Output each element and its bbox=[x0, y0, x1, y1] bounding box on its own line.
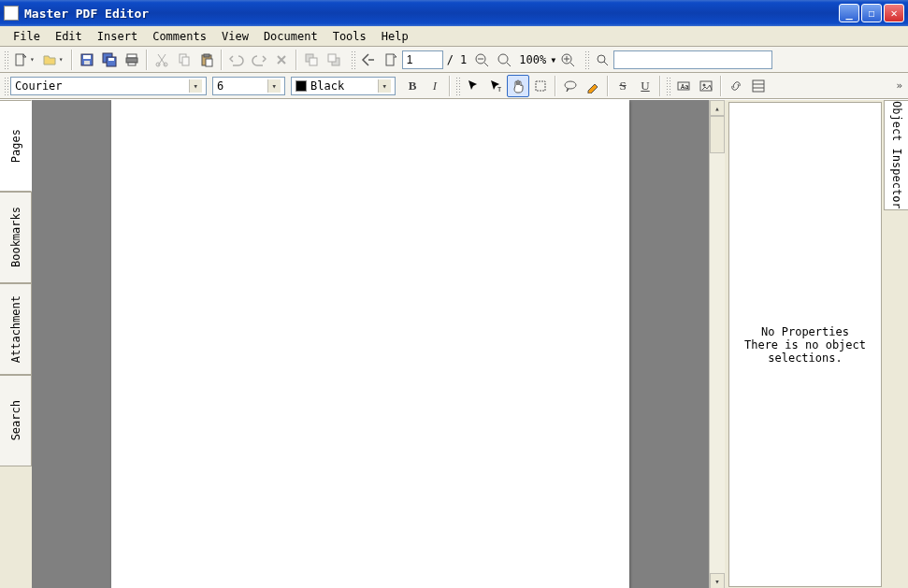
print-button[interactable] bbox=[121, 49, 143, 71]
svg-rect-0 bbox=[16, 54, 23, 65]
chevron-down-icon: ▾ bbox=[267, 79, 281, 93]
document-canvas bbox=[32, 100, 709, 588]
color-name-value: Black bbox=[310, 79, 344, 93]
svg-rect-22 bbox=[386, 54, 394, 65]
toolbar-grip[interactable] bbox=[4, 77, 8, 95]
svg-rect-35 bbox=[536, 81, 545, 91]
bring-front-button[interactable] bbox=[300, 49, 323, 71]
app-icon bbox=[4, 6, 19, 21]
menu-bar: File Edit Insert Comments View Document … bbox=[0, 26, 908, 47]
menu-comments[interactable]: Comments bbox=[145, 28, 214, 45]
open-button[interactable]: ▾ bbox=[39, 49, 68, 71]
zoom-in-button[interactable] bbox=[556, 49, 579, 71]
svg-rect-14 bbox=[182, 57, 189, 65]
vertical-scrollbar[interactable]: ▴ ▾ bbox=[709, 100, 725, 588]
copy-button[interactable] bbox=[173, 49, 195, 71]
svg-rect-16 bbox=[204, 54, 209, 57]
marquee-tool[interactable] bbox=[529, 75, 552, 97]
select-tool[interactable] bbox=[462, 75, 484, 97]
menu-document[interactable]: Document bbox=[256, 28, 325, 45]
tab-object-inspector[interactable]: Object Inspector bbox=[884, 100, 908, 210]
toolbar-grip[interactable] bbox=[455, 77, 460, 95]
menu-file[interactable]: File bbox=[6, 28, 48, 45]
underline-button[interactable]: U bbox=[634, 75, 656, 97]
send-back-button[interactable] bbox=[323, 49, 345, 71]
paste-button[interactable] bbox=[195, 49, 218, 71]
toolbar-format: Courier ▾ 6 ▾ Black ▾ B I T S U Aa » bbox=[0, 73, 908, 99]
bold-button[interactable]: B bbox=[401, 75, 424, 97]
toolbar-grip[interactable] bbox=[4, 50, 8, 69]
link-tool[interactable] bbox=[725, 75, 747, 97]
svg-rect-19 bbox=[310, 58, 317, 65]
left-sidebar-tabs: Pages Bookmarks Attachment Search bbox=[0, 100, 32, 588]
tab-attachment[interactable]: Attachment bbox=[0, 283, 32, 375]
pdf-page[interactable] bbox=[111, 100, 629, 588]
page-total-label: / 1 bbox=[443, 53, 471, 66]
hand-tool[interactable] bbox=[507, 75, 529, 97]
svg-marker-1 bbox=[23, 54, 26, 57]
toolbar-overflow[interactable]: » bbox=[892, 79, 906, 92]
prev-page-button[interactable] bbox=[380, 49, 402, 71]
select-text-tool[interactable]: T bbox=[484, 75, 507, 97]
image-tool[interactable] bbox=[695, 75, 717, 97]
scroll-up-button[interactable]: ▴ bbox=[710, 100, 725, 116]
menu-help[interactable]: Help bbox=[374, 28, 416, 45]
comment-tool[interactable] bbox=[559, 75, 582, 97]
delete-button[interactable] bbox=[270, 49, 293, 71]
font-color-combo[interactable]: Black ▾ bbox=[291, 77, 396, 95]
minimize-button[interactable]: _ bbox=[839, 4, 859, 22]
scroll-thumb[interactable] bbox=[710, 116, 725, 153]
strikethrough-button[interactable]: S bbox=[612, 75, 634, 97]
save-all-button[interactable] bbox=[98, 49, 121, 71]
cut-button[interactable] bbox=[151, 49, 173, 71]
tab-search[interactable]: Search bbox=[0, 375, 32, 466]
svg-rect-41 bbox=[753, 80, 764, 92]
svg-point-12 bbox=[164, 63, 167, 66]
page-number-input[interactable] bbox=[402, 50, 443, 69]
first-page-button[interactable] bbox=[357, 49, 380, 71]
maximize-button[interactable]: ☐ bbox=[861, 4, 882, 22]
highlight-tool[interactable] bbox=[582, 75, 604, 97]
menu-edit[interactable]: Edit bbox=[48, 28, 90, 45]
toolbar-grip[interactable] bbox=[351, 50, 355, 69]
svg-text:Aa: Aa bbox=[681, 83, 688, 91]
tab-pages[interactable]: Pages bbox=[0, 100, 32, 192]
svg-line-27 bbox=[507, 63, 511, 66]
form-tool[interactable] bbox=[747, 75, 770, 97]
menu-view[interactable]: View bbox=[214, 28, 256, 45]
svg-text:T: T bbox=[497, 86, 502, 93]
zoom-out-button[interactable] bbox=[470, 49, 493, 71]
font-size-combo[interactable]: 6 ▾ bbox=[212, 77, 285, 95]
svg-line-33 bbox=[604, 62, 608, 65]
new-button[interactable]: ▾ bbox=[10, 49, 39, 71]
zoom-dropdown[interactable]: ▾ bbox=[550, 53, 556, 66]
text-box-tool[interactable]: Aa bbox=[672, 75, 695, 97]
window-buttons: _ ☐ ✕ bbox=[839, 4, 904, 22]
save-button[interactable] bbox=[76, 49, 98, 71]
svg-line-24 bbox=[484, 63, 488, 66]
svg-rect-3 bbox=[83, 55, 91, 59]
menu-insert[interactable]: Insert bbox=[90, 28, 145, 45]
svg-point-36 bbox=[565, 81, 576, 89]
svg-rect-21 bbox=[328, 54, 336, 62]
svg-rect-9 bbox=[126, 58, 137, 63]
scroll-track[interactable] bbox=[710, 116, 725, 573]
scroll-down-button[interactable]: ▾ bbox=[710, 573, 725, 588]
undo-button[interactable] bbox=[225, 49, 248, 71]
object-inspector-panel: No Properties There is no object selecti… bbox=[728, 102, 882, 587]
tab-bookmarks[interactable]: Bookmarks bbox=[0, 192, 32, 283]
chevron-down-icon: ▾ bbox=[378, 79, 391, 93]
font-name-combo[interactable]: Courier ▾ bbox=[10, 77, 207, 95]
document-viewport[interactable]: ▴ ▾ bbox=[32, 100, 725, 588]
svg-point-32 bbox=[598, 55, 605, 63]
menu-tools[interactable]: Tools bbox=[325, 28, 374, 45]
svg-rect-8 bbox=[127, 54, 137, 58]
toolbar-grip[interactable] bbox=[666, 77, 670, 95]
redo-button[interactable] bbox=[248, 49, 270, 71]
close-button[interactable]: ✕ bbox=[884, 4, 904, 22]
svg-rect-17 bbox=[206, 59, 212, 66]
fit-page-button[interactable] bbox=[493, 49, 515, 71]
italic-button[interactable]: I bbox=[424, 75, 446, 97]
search-input[interactable] bbox=[613, 50, 772, 69]
toolbar-grip[interactable] bbox=[584, 50, 589, 69]
